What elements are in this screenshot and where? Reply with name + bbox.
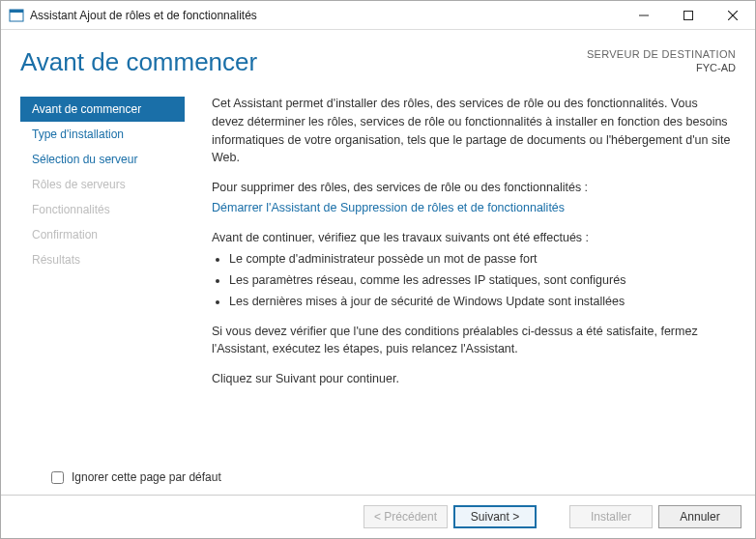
list-item: Les dernières mises à jour de sécurité d… <box>229 293 732 311</box>
closing-text: Si vous devez vérifier que l'une des con… <box>212 323 732 359</box>
wizard-window: Assistant Ajout de rôles et de fonctionn… <box>0 0 756 539</box>
remove-roles-intro: Pour supprimer des rôles, des services d… <box>212 179 732 197</box>
remove-roles-wizard-link[interactable]: Démarrer l'Assistant de Suppression de r… <box>212 201 565 214</box>
wizard-footer: < Précédent Suivant > Installer Annuler <box>1 495 755 538</box>
list-item: Le compte d'administrateur possède un mo… <box>229 250 732 269</box>
install-button: Installer <box>569 505 653 528</box>
nav-step-server-roles: Rôles de serveurs <box>20 172 185 197</box>
app-icon <box>9 8 24 23</box>
verify-intro: Avant de continuer, vérifiez que les tra… <box>212 229 732 247</box>
minimize-button[interactable] <box>622 1 666 30</box>
cancel-button[interactable]: Annuler <box>658 505 741 528</box>
list-item: Les paramètres réseau, comme les adresse… <box>229 271 732 290</box>
next-button[interactable]: Suivant > <box>453 505 537 528</box>
previous-button: < Précédent <box>363 505 448 528</box>
nav-step-features: Fonctionnalités <box>20 197 185 222</box>
continue-hint: Cliquez sur Suivant pour continuer. <box>212 370 732 388</box>
intro-text: Cet Assistant permet d'installer des rôl… <box>212 95 732 167</box>
nav-step-results: Résultats <box>20 247 185 272</box>
wizard-content: Cet Assistant permet d'installer des rôl… <box>185 91 736 466</box>
destination-label: SERVEUR DE DESTINATION <box>587 47 736 61</box>
skip-page-row: Ignorer cette page par défaut <box>1 466 755 495</box>
close-button[interactable] <box>711 1 755 30</box>
wizard-body: Avant de commencer Type d'installation S… <box>1 85 755 466</box>
titlebar: Assistant Ajout de rôles et de fonctionn… <box>1 1 755 30</box>
nav-step-server-selection[interactable]: Sélection du serveur <box>20 147 185 172</box>
window-title: Assistant Ajout de rôles et de fonctionn… <box>30 9 622 22</box>
nav-step-confirmation: Confirmation <box>20 222 185 247</box>
wizard-header: Avant de commencer SERVEUR DE DESTINATIO… <box>1 30 755 85</box>
skip-page-label: Ignorer cette page par défaut <box>72 470 221 484</box>
destination-value: FYC-AD <box>587 61 736 74</box>
svg-rect-1 <box>10 10 23 13</box>
page-title: Avant de commencer <box>20 47 587 77</box>
svg-rect-3 <box>684 11 693 19</box>
nav-step-before-you-begin[interactable]: Avant de commencer <box>20 97 185 122</box>
skip-page-checkbox[interactable] <box>51 471 64 484</box>
maximize-button[interactable] <box>666 1 711 30</box>
destination-info: SERVEUR DE DESTINATION FYC-AD <box>587 47 736 75</box>
nav-step-installation-type[interactable]: Type d'installation <box>20 122 185 147</box>
wizard-steps-nav: Avant de commencer Type d'installation S… <box>20 91 185 466</box>
prerequisites-list: Le compte d'administrateur possède un mo… <box>212 250 732 310</box>
